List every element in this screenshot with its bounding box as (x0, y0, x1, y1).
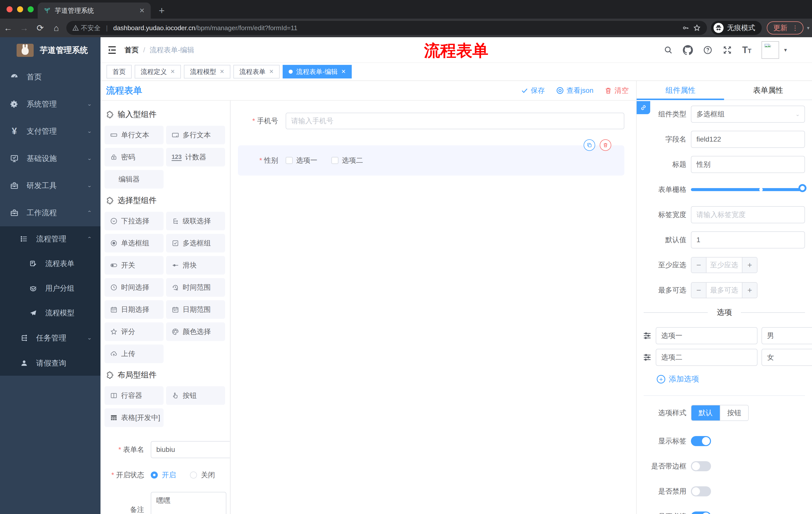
sidebar-item-process-mgmt[interactable]: 流程管理⌃ (0, 226, 100, 251)
sidebar-item-pay[interactable]: ¥ 支付管理⌄ (0, 118, 100, 145)
gender-option-1[interactable]: 选项一 (286, 156, 317, 165)
default-value-input[interactable] (691, 231, 805, 248)
required-toggle[interactable] (691, 512, 711, 514)
canvas-field-gender-selected[interactable]: 性别 选项一 选项二 (238, 145, 624, 175)
option-value-input[interactable] (761, 349, 812, 366)
delete-widget-button[interactable] (600, 139, 611, 151)
close-icon[interactable]: ✕ (341, 69, 346, 75)
clear-button[interactable]: 清空 (605, 86, 629, 95)
new-tab-button[interactable]: + (159, 5, 165, 16)
component-type-value[interactable] (691, 106, 805, 123)
address-bar[interactable]: 不安全 | dashboard.yudao.iocoder.cn/bpm/man… (66, 21, 707, 35)
sidebar-item-process-form[interactable]: 流程表单 (0, 251, 100, 276)
plus-button[interactable]: + (742, 283, 757, 298)
radio-off-label[interactable]: 关闭 (201, 470, 215, 480)
tab-close-icon[interactable]: ✕ (139, 7, 145, 15)
radio-on[interactable] (151, 471, 158, 479)
component-rate[interactable]: 评分 (105, 322, 164, 341)
show-label-toggle[interactable] (691, 436, 711, 446)
link-tag-button[interactable] (637, 101, 650, 114)
component-button[interactable]: 按钮 (166, 386, 225, 405)
browser-tab[interactable]: 芋道管理系统 ✕ (38, 2, 151, 19)
style-button-button[interactable]: 按钮 (720, 405, 748, 421)
checkbox[interactable] (286, 157, 293, 164)
breadcrumb-home[interactable]: 首页 (125, 45, 139, 55)
tag-process-form[interactable]: 流程表单✕ (233, 65, 280, 78)
browser-menu-icon[interactable]: ⋮ (792, 24, 799, 32)
component-switch[interactable]: 开关 (105, 256, 164, 275)
radio-off[interactable] (190, 471, 197, 479)
form-name-input[interactable] (151, 441, 230, 458)
component-date[interactable]: 日期选择 (105, 300, 164, 319)
option-value-input[interactable] (761, 327, 812, 344)
sidebar-item-leave-query[interactable]: 请假查询 (0, 351, 100, 376)
component-time-range[interactable]: 时间范围 (166, 278, 225, 297)
close-icon[interactable]: ✕ (269, 69, 273, 75)
sidebar-item-devtools[interactable]: 研发工具⌄ (0, 172, 100, 199)
save-button[interactable]: 保存 (521, 86, 545, 95)
font-size-icon[interactable]: TT (742, 45, 751, 55)
sidebar-logo[interactable]: 芋道管理系统 (0, 37, 100, 63)
component-date-range[interactable]: 日期范围 (166, 300, 225, 319)
sidebar-item-home[interactable]: 首页 (0, 63, 100, 90)
window-minimize-button[interactable] (17, 6, 23, 12)
style-default-button[interactable]: 默认 (691, 405, 720, 421)
search-icon[interactable] (664, 46, 673, 55)
browser-update-button[interactable]: 更新 ⋮ (767, 21, 804, 34)
component-single-text[interactable]: 单行文本 (105, 126, 164, 144)
component-cascader[interactable]: 级联选择 (166, 212, 225, 231)
sidebar-item-workflow[interactable]: 工作流程⌃ (0, 199, 100, 226)
min-select-stepper[interactable]: − 至少应选 + (691, 257, 757, 273)
plus-button[interactable]: + (742, 258, 757, 273)
browser-caret-icon[interactable]: ▾ (807, 25, 810, 31)
component-type-select[interactable]: ⌄ (691, 106, 805, 123)
tag-process-model[interactable]: 流程模型✕ (184, 65, 230, 78)
field-name-input[interactable] (691, 131, 805, 148)
forward-icon[interactable]: → (16, 23, 32, 33)
back-icon[interactable]: ← (0, 23, 16, 33)
option-label-input[interactable] (656, 327, 757, 344)
home-icon[interactable]: ⌂ (48, 23, 64, 33)
gender-option-2[interactable]: 选项二 (331, 156, 363, 165)
form-grid-slider[interactable] (691, 188, 805, 191)
max-select-stepper[interactable]: − 最多可选 + (691, 282, 757, 298)
copy-widget-button[interactable] (584, 139, 595, 151)
component-editor[interactable]: 编辑器 (105, 170, 164, 189)
avatar[interactable] (761, 41, 779, 59)
component-slider[interactable]: 滑块 (166, 256, 225, 275)
label-width-input[interactable] (691, 206, 805, 223)
component-radio-group[interactable]: 单选框组 (105, 234, 164, 252)
window-zoom-button[interactable] (28, 6, 34, 12)
title-input[interactable] (691, 156, 805, 173)
help-icon[interactable] (703, 45, 713, 55)
min-select-value[interactable]: 至少应选 (706, 258, 742, 273)
drag-handle-icon[interactable] (643, 331, 652, 340)
avatar-caret-icon[interactable]: ▾ (784, 47, 787, 53)
disabled-toggle[interactable] (691, 486, 711, 496)
checkbox[interactable] (331, 157, 339, 164)
component-time[interactable]: 时间选择 (105, 278, 164, 297)
component-table[interactable]: 表格[开发中] (105, 408, 164, 427)
border-toggle[interactable] (691, 461, 711, 471)
tab-form-props[interactable]: 表单属性 (724, 81, 812, 100)
hamburger-icon[interactable] (107, 45, 118, 56)
form-canvas[interactable]: 手机号 性别 选项一 选项二 (231, 101, 636, 514)
option-label-input[interactable] (656, 349, 757, 366)
reload-icon[interactable]: ⟳ (32, 23, 48, 33)
component-multi-text[interactable]: 多行文本 (166, 126, 225, 144)
sidebar-item-system[interactable]: 系统管理⌄ (0, 90, 100, 118)
sidebar-item-infra[interactable]: 基础设施⌄ (0, 145, 100, 172)
tag-home[interactable]: 首页 (107, 65, 132, 78)
phone-input[interactable] (286, 113, 624, 129)
minus-button[interactable]: − (691, 258, 706, 273)
component-password[interactable]: 密码 (105, 148, 164, 166)
sidebar-item-process-model[interactable]: 流程模型 (0, 301, 100, 325)
sidebar-item-user-group[interactable]: 用户分组 (0, 276, 100, 301)
tag-process-form-edit[interactable]: 流程表单-编辑✕ (283, 65, 352, 78)
component-color[interactable]: 颜色选择 (166, 322, 225, 341)
minus-button[interactable]: − (691, 283, 706, 298)
component-row-container[interactable]: 行容器 (105, 386, 164, 405)
close-icon[interactable]: ✕ (220, 69, 224, 75)
component-counter[interactable]: 123计数器 (166, 148, 225, 166)
radio-on-label[interactable]: 开启 (162, 470, 176, 480)
